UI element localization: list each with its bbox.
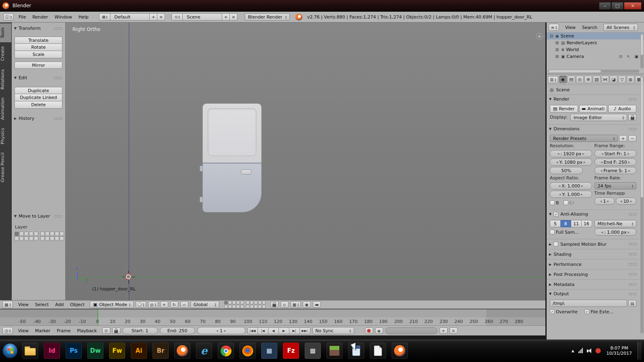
mode-dropdown[interactable]: ▣ Object Mode bbox=[90, 301, 134, 308]
layer-cell[interactable] bbox=[224, 305, 228, 309]
layer-cell[interactable] bbox=[50, 237, 54, 241]
aa-samples-5-button[interactable]: 5 bbox=[550, 220, 561, 227]
scale-button[interactable]: Scale bbox=[14, 51, 62, 58]
panel-header-metadata[interactable]: ▶Metadata bbox=[547, 280, 640, 289]
transform-orientation-dropdown[interactable]: Global bbox=[190, 301, 219, 308]
properties-tab-render-layers[interactable]: ▤ bbox=[568, 76, 575, 83]
expander-icon[interactable]: ⊞ bbox=[555, 47, 559, 52]
properties-tab-constraints[interactable]: ⋈ bbox=[601, 76, 609, 83]
layer-cell[interactable] bbox=[228, 301, 232, 304]
taskbar-internet-explorer[interactable]: e bbox=[196, 343, 212, 359]
previous-keyframe-button[interactable]: |◀ bbox=[258, 327, 268, 334]
properties-tab-scene[interactable]: ◎ bbox=[576, 76, 584, 83]
vertical-scrollbar[interactable] bbox=[640, 76, 644, 333]
selectability-icon[interactable]: ↖ bbox=[627, 54, 630, 59]
taskbar-photoshop[interactable]: Ps bbox=[66, 343, 82, 359]
taskbar-unknown-app-2[interactable]: ▩ bbox=[305, 343, 321, 359]
panel-header-render[interactable]: ▼ Render bbox=[547, 95, 640, 103]
layer-cell[interactable] bbox=[228, 305, 232, 309]
panel-header-edit[interactable]: ▼ Edit bbox=[12, 74, 65, 82]
properties-tab-object-data[interactable]: ▽ bbox=[618, 76, 626, 83]
volume-icon[interactable] bbox=[587, 348, 591, 353]
layer-cell[interactable] bbox=[19, 237, 24, 241]
hopper-door-model[interactable] bbox=[202, 103, 262, 212]
collapse-triangle-icon[interactable]: ▶ bbox=[549, 283, 551, 286]
lock-time-cursor-button[interactable] bbox=[112, 327, 120, 334]
duplicate-linked-button[interactable]: Duplicate Linked bbox=[14, 94, 62, 101]
manipulator-scale-button[interactable]: ▱ bbox=[180, 301, 188, 308]
duplicate-button[interactable]: Duplicate bbox=[14, 87, 62, 94]
taskbar-libreoffice[interactable] bbox=[370, 343, 386, 359]
frame-step-field[interactable]: Frame S: 1 bbox=[594, 167, 637, 174]
menu-view[interactable]: View bbox=[562, 24, 579, 31]
layer-cell[interactable] bbox=[250, 301, 254, 304]
renderability-icon[interactable]: ▣ bbox=[635, 54, 638, 59]
browse-folder-button[interactable]: ▤ bbox=[628, 300, 636, 306]
lock-to-scene-button[interactable] bbox=[270, 301, 279, 308]
panel-grip-icon[interactable] bbox=[628, 98, 637, 101]
aa-filter-dropdown[interactable]: Mitchell-Ne bbox=[594, 220, 637, 227]
layer-cell[interactable] bbox=[236, 301, 240, 304]
minimize-button[interactable]: – bbox=[599, 2, 611, 10]
layer-cell[interactable] bbox=[232, 305, 236, 309]
delete-scene-button[interactable]: × bbox=[230, 13, 237, 21]
render-engine-dropdown[interactable]: Blender Render bbox=[245, 13, 290, 21]
jump-to-end-button[interactable]: ▶▶| bbox=[300, 327, 310, 334]
taskbar-illustrator[interactable]: Ai bbox=[131, 343, 147, 359]
snap-element-dropdown[interactable]: ▦ bbox=[291, 301, 301, 308]
layer-cell[interactable] bbox=[236, 305, 240, 309]
opengl-render-still-button[interactable]: ◉ bbox=[303, 301, 311, 308]
hidden-icons-button[interactable]: ▲ bbox=[572, 349, 574, 353]
layer-cell[interactable] bbox=[60, 232, 64, 236]
menu-marker[interactable]: Marker bbox=[32, 327, 54, 334]
collapse-triangle-icon[interactable]: ▶ bbox=[549, 273, 551, 276]
file-extensions-checkbox[interactable]: ✓ bbox=[584, 309, 589, 314]
editor-type-button[interactable]: ◷ bbox=[2, 327, 13, 334]
layer-cell[interactable] bbox=[19, 232, 24, 236]
layer-cell[interactable] bbox=[258, 305, 262, 309]
panel-grip-icon[interactable] bbox=[628, 292, 637, 296]
layer-cell[interactable] bbox=[60, 237, 64, 241]
aa-samples-11-button[interactable]: 11 bbox=[571, 220, 582, 227]
maximize-button[interactable]: □ bbox=[611, 2, 623, 10]
full-sample-checkbox[interactable] bbox=[550, 230, 555, 234]
resolution-percentage-field[interactable]: 50% bbox=[550, 167, 583, 174]
notification-badge-icon[interactable] bbox=[595, 348, 601, 354]
timeline-ruler[interactable]: -50-40-30-20-100102030405060708090100110… bbox=[0, 309, 545, 325]
layer-cell[interactable] bbox=[24, 237, 29, 241]
editor-type-button[interactable]: ▥ bbox=[548, 76, 558, 83]
render-button[interactable]: ▤Render bbox=[550, 105, 578, 113]
frame-end-field[interactable]: End: 250 bbox=[160, 327, 195, 334]
collapse-triangle-icon[interactable]: ▼ bbox=[549, 97, 551, 101]
taskbar-dreamweaver[interactable]: Dw bbox=[87, 343, 103, 359]
panel-grip-icon[interactable] bbox=[628, 273, 637, 276]
menu-window[interactable]: Window bbox=[52, 14, 75, 21]
time-remap-old-field[interactable]: 1 bbox=[594, 197, 615, 205]
taskbar-blender[interactable] bbox=[174, 343, 190, 359]
layer-cell[interactable] bbox=[55, 232, 59, 236]
tool-tab-create[interactable]: Create bbox=[0, 42, 11, 65]
tool-tab-relations[interactable]: Relations bbox=[0, 65, 11, 94]
vertical-scrollbar[interactable] bbox=[640, 33, 644, 68]
resolution-x-field[interactable]: : 1920 px bbox=[550, 150, 592, 157]
layer-cell[interactable] bbox=[29, 232, 33, 236]
show-desktop-button[interactable] bbox=[638, 342, 642, 360]
outliner-filter-dropdown[interactable]: All Scenes bbox=[603, 24, 638, 31]
collapse-triangle-icon[interactable]: ▼ bbox=[549, 212, 551, 216]
remove-preset-button[interactable]: − bbox=[628, 135, 636, 142]
collapse-triangle-icon[interactable]: ▶ bbox=[14, 117, 17, 120]
panel-grip-icon[interactable] bbox=[54, 76, 63, 80]
scrollbar-thumb[interactable] bbox=[641, 34, 643, 55]
keying-set-button[interactable]: ◈ bbox=[375, 327, 383, 334]
menu-add[interactable]: Add bbox=[52, 301, 67, 308]
taskbar-blender-2[interactable] bbox=[392, 343, 408, 359]
expander-icon[interactable]: ⊞ bbox=[555, 54, 559, 59]
display-mode-dropdown[interactable]: Image Editor bbox=[570, 114, 627, 121]
current-frame-field[interactable]: 1 bbox=[197, 327, 246, 334]
network-icon[interactable] bbox=[578, 348, 583, 353]
border-checkbox[interactable] bbox=[550, 200, 555, 205]
title-bar[interactable]: Blender – □ × bbox=[0, 0, 644, 12]
layer-cell[interactable] bbox=[24, 232, 29, 236]
tool-tab-tools[interactable]: Tools bbox=[0, 23, 11, 42]
sync-mode-dropdown[interactable]: No Sync bbox=[312, 327, 354, 334]
